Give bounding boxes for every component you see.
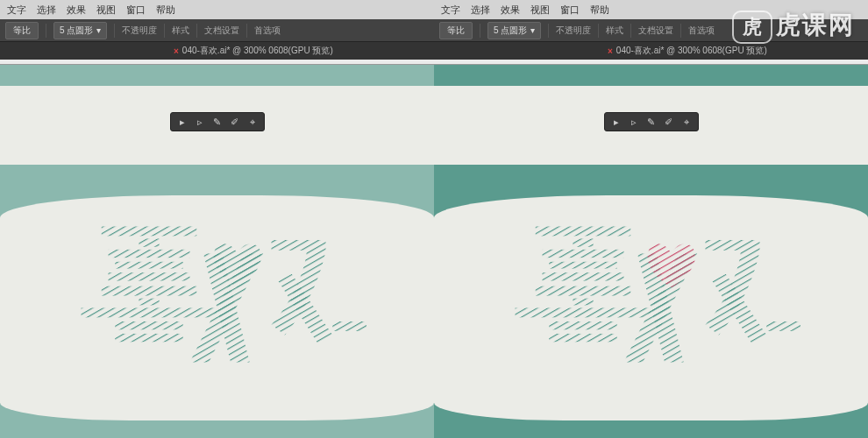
svg-rect-30 [766,321,800,331]
tool-direct-icon[interactable]: ▹ [628,116,640,128]
svg-rect-17 [536,227,631,237]
divider [480,24,480,38]
divider [46,24,46,38]
menu-window[interactable]: 窗口 [560,4,580,17]
menu-window[interactable]: 窗口 [126,4,146,17]
divider [598,24,599,38]
tab-close-icon[interactable]: × [608,46,613,56]
style-label: 样式 [606,25,623,37]
svg-rect-21 [543,272,624,280]
docsetup-label[interactable]: 文档设置 [638,25,673,37]
ruler-horizontal [434,60,868,65]
svg-rect-24 [516,308,651,318]
svg-rect-23 [573,299,593,306]
menu-help[interactable]: 帮助 [156,4,175,17]
docsetup-label[interactable]: 文档设置 [204,25,239,37]
tool-arrow-icon[interactable]: ▸ [610,116,623,128]
artwork-left [18,213,416,403]
artwork-right [452,213,850,403]
svg-rect-1 [102,227,197,237]
tool-pen-icon[interactable]: ✎ [211,116,224,128]
divider [114,24,115,38]
menu-view[interactable]: 视图 [530,4,550,17]
floating-toolbar: ▸ ▹ ✎ ✐ ⌖ [604,112,699,131]
brush-select[interactable]: 5 点圆形 ▾ [487,22,541,39]
tool-arrow-icon[interactable]: ▸ [176,116,189,128]
tool-pencil-icon[interactable]: ✐ [663,116,675,128]
control-bar: 等比 5 点圆形 ▾ 不透明度 样式 文档设置 首选项 [0,19,434,42]
divider [196,24,197,38]
svg-rect-10 [115,334,183,342]
divider [680,24,681,38]
svg-rect-7 [139,299,159,306]
svg-rect-26 [549,334,617,342]
tool-direct-icon[interactable]: ▹ [194,116,206,128]
menu-effect[interactable]: 效果 [501,4,520,17]
svg-rect-22 [536,286,631,296]
style-label: 样式 [172,25,189,37]
menu-select[interactable]: 选择 [37,4,56,17]
svg-rect-20 [549,262,617,269]
svg-rect-25 [549,321,617,329]
menu-view[interactable]: 视图 [96,4,116,17]
watermark-text: 虎课网 [776,11,855,39]
svg-rect-8 [82,308,217,318]
canvas-area[interactable]: ▸ ▹ ✎ ✐ ⌖ [434,60,868,438]
svg-rect-9 [115,321,183,329]
svg-rect-19 [543,250,624,258]
menu-bar: 文字 选择 效果 视图 窗口 帮助 [0,0,434,19]
divider [164,24,165,38]
tab-close-icon[interactable]: × [174,46,179,56]
divider [548,24,549,38]
tool-pencil-icon[interactable]: ✐ [229,116,241,128]
floating-toolbar: ▸ ▹ ✎ ✐ ⌖ [170,112,265,131]
tool-target-icon[interactable]: ⌖ [246,116,259,128]
uniform-button[interactable]: 等比 [439,22,473,39]
brush-select[interactable]: 5 点圆形 ▾ [53,22,107,39]
svg-rect-3 [109,250,190,258]
watermark: 虎虎课网 [732,9,855,44]
tool-target-icon[interactable]: ⌖ [680,116,693,128]
divider [246,24,247,38]
prefs-label[interactable]: 首选项 [254,25,281,37]
tab-bar: × 040-喜欢.ai* @ 300% 0608(GPU 预览) [0,42,434,60]
svg-rect-14 [332,321,366,331]
menu-effect[interactable]: 效果 [67,4,86,17]
tab-title[interactable]: 040-喜欢.ai* @ 300% 0608(GPU 预览) [182,45,333,57]
menu-select[interactable]: 选择 [471,4,490,17]
tool-pen-icon[interactable]: ✎ [645,116,658,128]
tab-title[interactable]: 040-喜欢.ai* @ 300% 0608(GPU 预览) [616,45,767,57]
menu-help[interactable]: 帮助 [590,4,609,17]
tab-bar: × 040-喜欢.ai* @ 300% 0608(GPU 预览) [434,42,868,60]
menu-text[interactable]: 文字 [7,4,26,17]
svg-rect-18 [573,238,593,246]
svg-rect-4 [115,262,183,269]
prefs-label[interactable]: 首选项 [688,25,715,37]
svg-rect-6 [102,286,197,296]
menu-text[interactable]: 文字 [441,4,460,17]
opacity-label: 不透明度 [122,25,157,37]
svg-rect-2 [139,238,159,246]
divider [630,24,631,38]
right-window: 文字 选择 效果 视图 窗口 帮助 等比 5 点圆形 ▾ 不透明度 样式 文档设… [434,0,868,438]
artwork-svg [452,213,850,403]
svg-rect-5 [109,272,190,280]
watermark-badge: 虎 [732,11,772,44]
canvas-area[interactable]: ▸ ▹ ✎ ✐ ⌖ [0,60,434,438]
artwork-svg [18,213,416,403]
left-window: 文字 选择 效果 视图 窗口 帮助 等比 5 点圆形 ▾ 不透明度 样式 文档设… [0,0,434,438]
opacity-label: 不透明度 [556,25,591,37]
ruler-horizontal [0,60,434,65]
uniform-button[interactable]: 等比 [5,22,39,39]
